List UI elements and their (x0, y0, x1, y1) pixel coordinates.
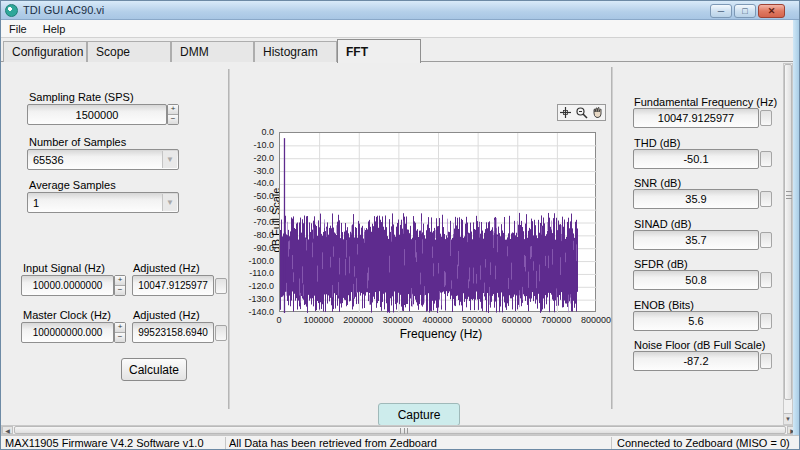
sfdr-indicator: 50.8 (633, 270, 759, 290)
average-samples-value: 1 (33, 197, 39, 209)
minimize-button[interactable]: ─ (710, 4, 732, 18)
status-separator (611, 437, 612, 450)
snr-label: SNR (dB) (634, 177, 681, 189)
sinad-label: SINAD (dB) (634, 218, 691, 230)
calculate-button[interactable]: Calculate (121, 358, 187, 381)
tab-histogram[interactable]: Histogram (254, 41, 337, 62)
scroll-left-icon[interactable]: ◀ (2, 426, 13, 434)
vertical-scrollbar[interactable]: ▼ (783, 63, 793, 425)
sampling-rate-label: Sampling Rate (SPS) (29, 91, 134, 103)
sampling-rate-input[interactable]: 1500000 (27, 104, 167, 125)
x-axis-title: Frequency (Hz) (361, 327, 521, 341)
indicator-extra-box (760, 191, 772, 207)
zoom-magnifier-icon[interactable] (575, 106, 588, 119)
window-title: TDI GUI AC90.vi (23, 4, 104, 16)
right-panel-divider (611, 67, 613, 409)
chevron-down-icon[interactable]: ▼ (162, 194, 177, 211)
input-adjusted-extra-box (215, 278, 227, 294)
fft-plot[interactable] (279, 132, 596, 312)
capture-button[interactable]: Capture (378, 403, 460, 426)
input-adjusted-indicator: 10047.9125977 (132, 275, 214, 296)
tab-fft[interactable]: FFT (337, 39, 421, 63)
y-tick-label: -20.0 (253, 153, 274, 163)
indicator-extra-box (760, 232, 772, 248)
y-tick-label: -120.0 (248, 281, 274, 291)
master-clock-label: Master Clock (Hz) (23, 309, 111, 321)
x-tick-label: 300000 (383, 315, 413, 325)
average-samples-label: Average Samples (29, 179, 116, 191)
status-connection: Connected to Zedboard (MISO = 0) (617, 437, 797, 450)
scroll-down-icon[interactable]: ▼ (784, 413, 792, 424)
window-right-border (793, 20, 799, 449)
x-tick-label: 100000 (304, 315, 334, 325)
cursor-crosshair-icon[interactable] (559, 106, 572, 119)
maximize-button[interactable]: □ (734, 4, 756, 18)
status-bar: MAX11905 Firmware V4.2 Software v1.0 All… (1, 435, 799, 450)
status-data: All Data has been retrieved from Zedboar… (229, 437, 607, 450)
x-tick-label: 200000 (343, 315, 373, 325)
x-tick-label: 400000 (422, 315, 452, 325)
x-tick-label: 700000 (541, 315, 571, 325)
y-tick-label: -130.0 (248, 294, 274, 304)
menu-help[interactable]: Help (35, 21, 74, 37)
indicator-extra-box (760, 110, 772, 126)
status-firmware: MAX11905 Firmware V4.2 Software v1.0 (5, 437, 221, 450)
thd-label: THD (dB) (634, 137, 680, 149)
thd-indicator: -50.1 (633, 149, 759, 169)
status-separator (225, 437, 226, 450)
snr-indicator: 35.9 (633, 189, 759, 209)
x-tick-label: 0 (276, 315, 281, 325)
input-signal-input[interactable]: 10000.0000000 (21, 275, 114, 296)
enob-indicator: 5.6 (633, 311, 759, 331)
y-tick-label: -60.0 (253, 204, 274, 214)
left-panel-divider (228, 69, 230, 409)
enob-label: ENOB (Bits) (634, 299, 694, 311)
scrollbar-grip (786, 191, 792, 199)
noise-floor-indicator: -87.2 (633, 351, 759, 371)
sampling-rate-stepper[interactable]: + − (167, 104, 179, 125)
stepper-down-icon[interactable]: − (115, 333, 125, 342)
indicator-extra-box (760, 151, 772, 167)
chevron-down-icon[interactable]: ▼ (162, 151, 177, 168)
stepper-down-icon[interactable]: − (115, 286, 125, 295)
tab-configuration[interactable]: Configuration (3, 41, 87, 62)
fundamental-frequency-label: Fundamental Frequency (Hz) (634, 96, 777, 108)
sfdr-label: SFDR (dB) (634, 258, 688, 270)
y-tick-label: -100.0 (248, 256, 274, 266)
app-window: TDI GUI AC90.vi ─ □ ✕ File Help Configur… (0, 0, 800, 450)
horizontal-scrollbar[interactable]: ◀ ▶ (1, 425, 799, 435)
master-clock-stepper[interactable]: + − (114, 322, 126, 343)
stepper-down-icon[interactable]: − (168, 115, 178, 124)
x-tick-label: 800000 (581, 315, 611, 325)
noise-floor-label: Noise Floor (dB Full Scale) (634, 339, 765, 351)
master-adjusted-indicator: 99523158.6940 (132, 322, 214, 343)
input-adjusted-label: Adjusted (Hz) (133, 262, 200, 274)
y-tick-label: -80.0 (253, 230, 274, 240)
y-tick-label: 0.0 (261, 127, 274, 137)
input-signal-stepper[interactable]: + − (114, 275, 126, 296)
master-clock-input[interactable]: 100000000.000 (21, 322, 114, 343)
input-signal-label: Input Signal (Hz) (23, 262, 105, 274)
horizontal-scrollbar-thumb[interactable] (14, 426, 786, 434)
y-tick-label: -90.0 (253, 243, 274, 253)
title-bar[interactable]: TDI GUI AC90.vi ─ □ ✕ (1, 1, 799, 20)
indicator-extra-box (760, 353, 772, 369)
tab-strip: Configuration Scope DMM Histogram FFT (1, 41, 799, 62)
average-samples-select[interactable]: 1 ▼ (27, 192, 179, 213)
menu-file[interactable]: File (1, 21, 35, 37)
fft-plot-canvas (280, 133, 597, 313)
x-tick-label: 500000 (462, 315, 492, 325)
y-tick-label: -140.0 (248, 307, 274, 317)
master-adjusted-extra-box (215, 325, 227, 341)
number-of-samples-select[interactable]: 65536 ▼ (27, 149, 179, 170)
vertical-scrollbar-thumb[interactable] (784, 64, 792, 400)
pan-hand-icon[interactable] (591, 106, 604, 119)
indicator-extra-box (760, 313, 772, 329)
number-of-samples-label: Number of Samples (29, 136, 126, 148)
tab-scope[interactable]: Scope (87, 41, 171, 62)
sinad-indicator: 35.7 (633, 230, 759, 250)
fundamental-frequency-indicator: 10047.9125977 (633, 108, 759, 128)
close-button[interactable]: ✕ (758, 4, 785, 18)
y-tick-label: -110.0 (249, 268, 274, 278)
tab-dmm[interactable]: DMM (171, 41, 254, 62)
